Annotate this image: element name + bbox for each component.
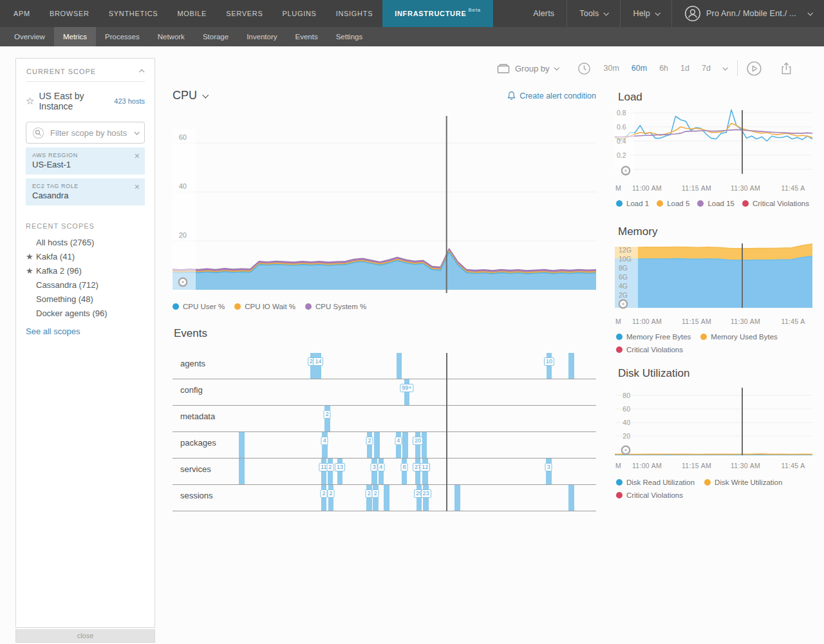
- cpu-chart[interactable]: 604020: [173, 109, 596, 303]
- event-bar[interactable]: [324, 406, 330, 431]
- legend-item[interactable]: Memory Used Bytes: [700, 333, 778, 341]
- event-count-badge[interactable]: 12: [420, 463, 430, 471]
- legend-item[interactable]: CPU User %: [173, 303, 225, 310]
- event-bar[interactable]: [322, 432, 328, 458]
- share-export-button[interactable]: [780, 61, 792, 75]
- nav-item-infrastructure-active[interactable]: INFRASTRUCTUREBeta: [382, 0, 493, 27]
- legend-item[interactable]: Disk Write Utilization: [704, 478, 782, 486]
- hide-series-eye-icon[interactable]: [622, 446, 630, 454]
- recent-scope-item[interactable]: Docker agents (96): [26, 306, 145, 320]
- hide-series-eye-icon[interactable]: [619, 300, 627, 308]
- event-bar[interactable]: [315, 353, 321, 379]
- event-bar[interactable]: [417, 485, 422, 511]
- event-bar[interactable]: [310, 353, 316, 379]
- event-bar[interactable]: [547, 353, 552, 379]
- legend-item[interactable]: Load 5: [657, 200, 689, 207]
- recent-scope-item[interactable]: ★Kakfa (41): [26, 249, 145, 263]
- tab-storage[interactable]: Storage: [194, 27, 238, 46]
- timeframe-60m[interactable]: 60m: [632, 64, 647, 73]
- event-bar[interactable]: [422, 432, 427, 458]
- recent-scope-item[interactable]: Something (48): [26, 292, 145, 306]
- legend-item[interactable]: CPU IO Wait %: [234, 303, 295, 310]
- cpu-metric-dropdown[interactable]: CPU: [173, 89, 207, 102]
- nav-item-apm[interactable]: APM: [4, 0, 40, 27]
- filter-scope-input[interactable]: [49, 128, 130, 138]
- event-bar[interactable]: [422, 459, 428, 484]
- timeframe-1d[interactable]: 1d: [680, 64, 689, 73]
- event-count-badge[interactable]: 3: [545, 463, 552, 471]
- event-bar[interactable]: [373, 485, 379, 511]
- event-bar[interactable]: [374, 432, 380, 458]
- event-count-badge[interactable]: 2: [326, 463, 333, 471]
- event-bar[interactable]: [367, 432, 373, 458]
- account-menu[interactable]: Pro Ann./ Mobile Ent./ ...: [671, 0, 824, 27]
- event-bar[interactable]: [321, 459, 327, 484]
- tab-inventory[interactable]: Inventory: [238, 27, 286, 46]
- legend-item[interactable]: Load 15: [697, 200, 735, 207]
- nav-item-servers[interactable]: SERVERS: [216, 0, 272, 27]
- event-bar[interactable]: [337, 459, 343, 484]
- event-count-badge[interactable]: 8: [400, 463, 407, 471]
- event-bar[interactable]: [239, 459, 245, 484]
- legend-item[interactable]: Critical Violations: [742, 200, 809, 207]
- event-bar[interactable]: [328, 485, 334, 511]
- legend-item[interactable]: Load 1: [616, 200, 649, 207]
- timeframe-30m[interactable]: 30m: [603, 64, 619, 73]
- nav-item-insights[interactable]: INSIGHTS: [326, 0, 383, 27]
- event-count-badge[interactable]: 2: [366, 437, 373, 445]
- event-count-badge[interactable]: 13: [335, 463, 345, 471]
- event-count-badge[interactable]: 4: [395, 437, 402, 445]
- legend-item[interactable]: Memory Free Bytes: [616, 333, 691, 341]
- event-count-badge[interactable]: 23: [420, 489, 431, 498]
- close-icon[interactable]: ×: [135, 182, 140, 191]
- event-count-badge[interactable]: 99+: [400, 384, 413, 392]
- help-menu[interactable]: Help: [620, 0, 671, 27]
- nav-item-browser[interactable]: BROWSER: [40, 0, 99, 27]
- event-bar[interactable]: [328, 459, 333, 484]
- play-refresh-button[interactable]: [746, 61, 762, 77]
- tab-events[interactable]: Events: [286, 27, 326, 46]
- alerts-menu[interactable]: Alerts: [521, 0, 566, 27]
- event-bar[interactable]: [239, 432, 245, 458]
- chevron-down-icon[interactable]: [134, 129, 139, 135]
- event-bar[interactable]: [371, 459, 377, 484]
- legend-item[interactable]: CPU System %: [305, 303, 366, 310]
- tab-metrics[interactable]: Metrics: [54, 27, 96, 46]
- nav-item-synthetics[interactable]: SYNTHETICS: [99, 0, 168, 27]
- event-bar[interactable]: [404, 379, 410, 405]
- tab-overview[interactable]: Overview: [5, 27, 54, 46]
- event-bar[interactable]: [568, 353, 574, 379]
- legend-item[interactable]: Disk Read Utilization: [616, 478, 695, 486]
- event-bar[interactable]: [568, 485, 574, 511]
- event-bar[interactable]: [423, 485, 429, 511]
- event-count-badge[interactable]: 20: [413, 437, 423, 445]
- event-bar[interactable]: [396, 432, 402, 458]
- hide-series-eye-icon[interactable]: [622, 167, 630, 175]
- event-bar[interactable]: [366, 485, 372, 511]
- close-icon[interactable]: ×: [135, 151, 140, 160]
- sidebar-close-button[interactable]: close: [15, 629, 155, 643]
- legend-item[interactable]: Critical Violations: [616, 491, 683, 499]
- event-bar[interactable]: [321, 485, 327, 511]
- event-count-badge[interactable]: 14: [313, 357, 323, 366]
- hide-series-eye-icon[interactable]: [179, 278, 187, 286]
- memory-chart[interactable]: 12G10G8G6G4G2GM11:00 AM11:15 AM11:30 AM1…: [615, 240, 812, 330]
- see-all-scopes-link[interactable]: See all scopes: [26, 327, 145, 336]
- chevron-down-icon[interactable]: [722, 65, 727, 70]
- recent-scope-item[interactable]: Cassandra (712): [26, 278, 145, 292]
- event-bar[interactable]: [454, 485, 460, 511]
- event-count-badge[interactable]: 2: [324, 410, 331, 419]
- legend-item[interactable]: Critical Violations: [616, 346, 683, 354]
- event-count-badge[interactable]: 2: [328, 489, 335, 498]
- event-bar[interactable]: [379, 459, 384, 484]
- event-bar[interactable]: [402, 432, 408, 458]
- star-outline-icon[interactable]: ☆: [26, 95, 34, 107]
- load-chart[interactable]: 0.80.60.40.2M11:00 AM11:15 AM11:30 AM11:…: [615, 108, 812, 198]
- tab-processes[interactable]: Processes: [96, 27, 149, 46]
- scope-name[interactable]: US East by Instance: [39, 91, 114, 111]
- event-bar[interactable]: [415, 432, 421, 458]
- recent-scope-item[interactable]: All hosts (2765): [26, 235, 145, 249]
- tools-menu[interactable]: Tools: [566, 0, 620, 27]
- event-count-badge[interactable]: 4: [377, 463, 384, 471]
- create-alert-condition-link[interactable]: Create alert condition: [507, 91, 596, 100]
